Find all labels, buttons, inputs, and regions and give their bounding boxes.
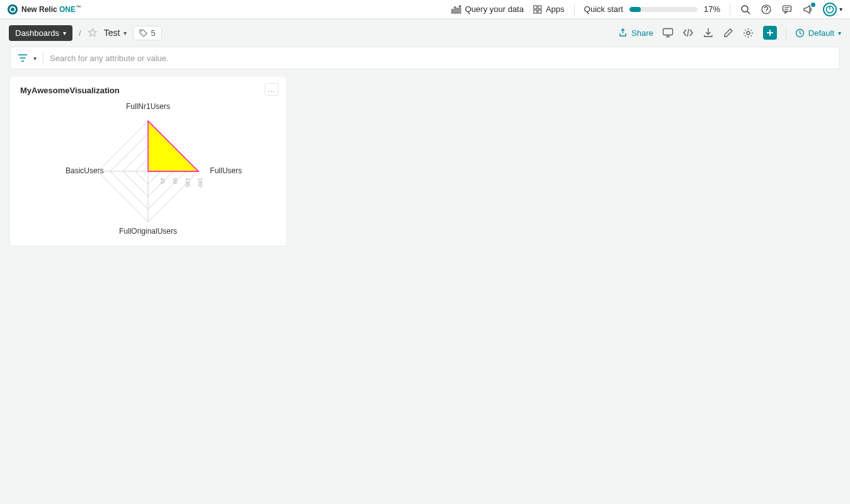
svg-rect-3	[459, 6, 461, 13]
svg-rect-12	[783, 6, 791, 11]
dashboard-toolbar: Dashboards ▾ / Test ▾ 5 Share	[0, 19, 850, 47]
add-widget-button[interactable]	[763, 26, 777, 40]
megaphone-icon	[803, 4, 813, 14]
power-icon	[825, 5, 834, 14]
chevron-down-icon: ▾	[838, 30, 841, 37]
tag-count: 5	[151, 28, 155, 38]
page-title-dropdown[interactable]: Test ▾	[104, 28, 127, 38]
radar-series-1	[148, 121, 198, 171]
code-icon	[682, 28, 694, 37]
share-icon	[618, 28, 628, 38]
settings-button[interactable]	[743, 27, 754, 38]
logo-icon	[8, 4, 18, 14]
notifications-button[interactable]	[802, 4, 813, 15]
quick-start-label: Quick start	[584, 4, 623, 14]
svg-rect-6	[534, 10, 537, 13]
feedback-button[interactable]	[781, 4, 793, 15]
svg-rect-2	[457, 8, 458, 13]
grid-icon	[533, 5, 542, 14]
header-separator	[730, 4, 730, 15]
svg-line-9	[747, 11, 750, 14]
user-menu[interactable]: ▾	[823, 3, 842, 16]
search-button[interactable]	[740, 4, 751, 15]
global-header: New Relic ONE™ Query your data Apps Q	[0, 0, 850, 19]
svg-point-22	[747, 32, 750, 35]
clock-icon	[795, 28, 805, 38]
download-icon	[703, 28, 713, 38]
widget-title: MyAwesomeVisualization	[20, 86, 276, 95]
filter-bar: ▾	[10, 47, 840, 69]
svg-point-8	[742, 6, 748, 12]
filter-icon	[18, 54, 28, 62]
star-icon	[88, 28, 98, 38]
chart-icon	[451, 5, 461, 14]
widget-menu-button[interactable]: ...	[265, 83, 279, 96]
progress-bar	[629, 7, 698, 12]
svg-rect-7	[538, 10, 541, 13]
apps-link[interactable]: Apps	[533, 4, 565, 14]
plus-icon	[766, 29, 774, 37]
ellipsis-icon: ...	[268, 86, 275, 93]
page-title: Test	[104, 28, 120, 38]
tv-mode-button[interactable]	[662, 27, 674, 38]
chat-icon	[782, 4, 792, 14]
edit-button[interactable]	[723, 27, 734, 38]
help-icon	[761, 4, 771, 14]
logo[interactable]: New Relic ONE™	[8, 4, 81, 14]
tick-45: 45	[159, 178, 166, 184]
svg-rect-5	[538, 6, 541, 9]
pencil-icon	[723, 28, 733, 38]
avatar	[823, 3, 837, 16]
tag-count-chip[interactable]: 5	[133, 26, 161, 40]
dashboard-content: MyAwesomeVisualization ... FullNr1Users …	[0, 77, 850, 246]
dashboards-label: Dashboards	[15, 28, 59, 38]
chevron-down-icon: ▾	[839, 6, 842, 13]
code-button[interactable]	[682, 27, 694, 38]
progress-fill	[629, 7, 641, 12]
radar-chart: FullNr1Users FullUsers FullOriginalUsers…	[10, 102, 286, 241]
svg-rect-1	[454, 7, 456, 13]
chevron-down-icon: ▾	[63, 30, 66, 37]
gear-icon	[743, 28, 754, 38]
axis-label-right: FullUsers	[210, 166, 242, 175]
query-your-data-link[interactable]: Query your data	[451, 4, 524, 14]
share-label: Share	[631, 28, 653, 38]
filter-separator	[43, 52, 43, 64]
help-button[interactable]	[761, 4, 772, 15]
logo-text: New Relic ONE™	[21, 4, 81, 14]
filter-dropdown[interactable]: ▾	[33, 55, 37, 62]
filter-button[interactable]	[17, 52, 28, 64]
dashboards-crumb[interactable]: Dashboards ▾	[9, 25, 72, 41]
toolbar-separator	[786, 27, 786, 38]
svg-point-17	[141, 30, 142, 32]
apps-label: Apps	[546, 4, 565, 14]
tick-135: 135	[185, 178, 191, 187]
svg-rect-18	[663, 29, 672, 35]
chevron-down-icon: ▾	[123, 30, 127, 37]
progress-percent: 17%	[704, 4, 720, 14]
breadcrumb-sep: /	[79, 28, 81, 38]
download-button[interactable]	[703, 27, 714, 38]
radar-svg: 45 90 135 180	[85, 108, 211, 234]
search-icon	[740, 4, 750, 14]
monitor-icon	[662, 28, 674, 38]
widget-radar: MyAwesomeVisualization ... FullNr1Users …	[10, 77, 286, 246]
header-separator	[574, 4, 575, 15]
tick-180: 180	[197, 178, 204, 187]
filter-input[interactable]	[50, 54, 833, 63]
time-range-button[interactable]: Default ▾	[795, 28, 841, 38]
tag-icon	[139, 29, 147, 37]
svg-rect-0	[452, 9, 453, 13]
svg-point-11	[766, 11, 766, 12]
svg-line-21	[687, 29, 689, 37]
favorite-button[interactable]	[88, 28, 98, 38]
quick-start[interactable]: Quick start 17%	[584, 4, 720, 14]
svg-rect-4	[534, 6, 537, 9]
query-your-data-label: Query your data	[465, 4, 524, 14]
time-range-label: Default	[808, 28, 834, 38]
share-button[interactable]: Share	[618, 28, 653, 38]
tick-90: 90	[172, 178, 178, 184]
